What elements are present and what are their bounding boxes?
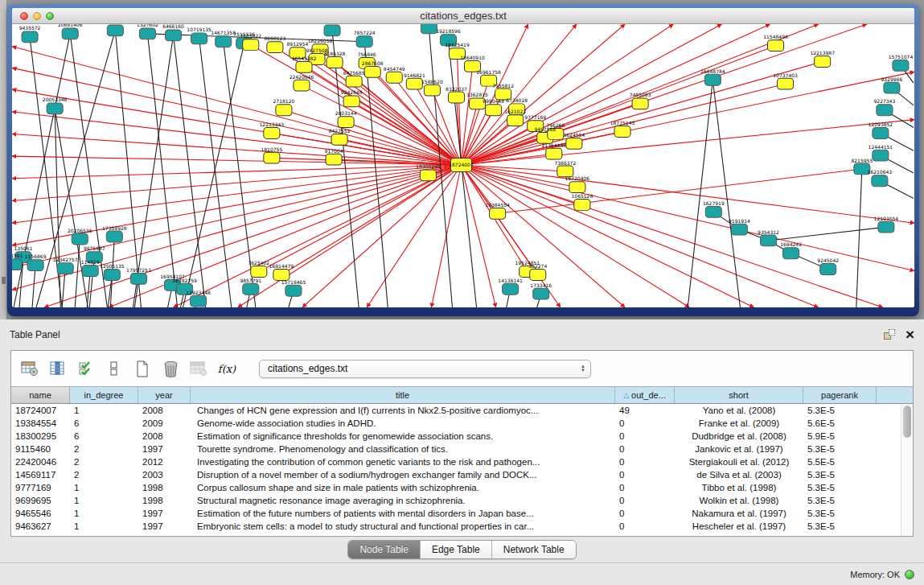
table-cell[interactable]: Changes of HCN gene expression and I(f) …	[191, 406, 615, 415]
table-cell[interactable]: 1	[70, 521, 138, 531]
table-cell[interactable]: 2003	[138, 470, 191, 480]
graph-node[interactable]	[490, 208, 506, 219]
table-cell[interactable]: 22420046	[11, 457, 70, 467]
table-cell[interactable]: 5.3E-5	[803, 470, 877, 480]
graph-node[interactable]	[614, 126, 630, 138]
table-cell[interactable]: 5.3E-5	[803, 406, 877, 415]
table-cell[interactable]: Estimation of the future numbers of pati…	[191, 509, 615, 518]
table-cell[interactable]: de Silva et al. (2003)	[675, 470, 803, 480]
table-cell[interactable]: 0	[615, 470, 675, 480]
table-cell[interactable]: 1998	[138, 483, 191, 492]
graph-node[interactable]	[815, 56, 831, 68]
graph-node[interactable]	[166, 30, 182, 41]
graph-node[interactable]	[569, 182, 585, 193]
column-header-outde[interactable]: △out_de...	[615, 387, 675, 403]
graph-node[interactable]	[267, 42, 283, 53]
graph-node[interactable]	[356, 36, 372, 47]
table-cell[interactable]: 2009	[138, 418, 191, 428]
table-cell[interactable]: Hescheler et al. (1997)	[675, 521, 803, 531]
table-cell[interactable]: 6	[70, 431, 138, 441]
table-cell[interactable]: 1	[70, 496, 138, 505]
graph-node[interactable]	[57, 263, 73, 274]
graph-node[interactable]	[264, 152, 280, 163]
graph-node[interactable]	[546, 148, 562, 159]
table-cell[interactable]: 0	[615, 444, 675, 454]
graph-node[interactable]	[872, 175, 888, 187]
graph-node[interactable]	[343, 96, 359, 107]
graph-node[interactable]	[783, 248, 799, 259]
table-cell[interactable]: Structural magnetic resonance image aver…	[191, 496, 615, 505]
table-cell[interactable]: 5.6E-5	[803, 418, 877, 428]
table-cell[interactable]: 18300295	[11, 431, 70, 441]
graph-node[interactable]	[191, 295, 207, 307]
graph-node[interactable]	[574, 200, 590, 211]
graph-node[interactable]	[420, 170, 436, 181]
graph-node[interactable]	[243, 283, 259, 295]
table-row[interactable]: 946362711997Embryonic stem cells: a mode…	[11, 520, 913, 533]
graph-node[interactable]	[386, 72, 402, 83]
table-cell[interactable]: Tibbo et al. (1998)	[675, 483, 803, 492]
column-header-pagerank[interactable]: pagerank	[803, 387, 877, 403]
table-row[interactable]: 1830029562008Estimation of significance …	[11, 430, 913, 443]
graph-node[interactable]	[448, 92, 464, 103]
table-cell[interactable]: 2	[70, 470, 138, 480]
graph-node[interactable]	[62, 28, 78, 39]
table-cell[interactable]: Tourette syndrome. Phenomenology and cla…	[191, 444, 615, 454]
graph-node[interactable]	[27, 260, 43, 271]
graph-node[interactable]	[72, 233, 88, 245]
table-cell[interactable]: 5.3E-5	[803, 483, 877, 492]
table-cell[interactable]: 9465546	[11, 509, 70, 518]
float-panel-icon[interactable]	[884, 329, 896, 341]
graph-node[interactable]	[503, 283, 519, 295]
graph-node[interactable]	[632, 98, 648, 109]
graph-node[interactable]	[326, 57, 343, 68]
table-cell[interactable]: 0	[615, 483, 675, 492]
table-cell[interactable]: Wolkin et al. (1998)	[675, 496, 803, 505]
column-header-year[interactable]: year	[138, 387, 191, 403]
network-window-titlebar[interactable]: citations_edges.txt	[12, 8, 914, 24]
graph-node[interactable]	[873, 128, 889, 139]
table-cell[interactable]: Estimation of significance thresholds fo…	[191, 431, 615, 441]
graph-node[interactable]	[530, 270, 546, 281]
table-cell[interactable]: 1	[70, 483, 138, 492]
graph-node[interactable]	[264, 128, 280, 139]
new-document-button[interactable]	[132, 358, 153, 379]
graph-node[interactable]	[104, 270, 120, 281]
graph-node[interactable]	[294, 80, 310, 91]
table-cell[interactable]: 0	[615, 431, 675, 441]
table-cell[interactable]: Embryonic stem cells: a model to study s…	[191, 521, 615, 531]
graph-node[interactable]	[243, 39, 259, 51]
table-cell[interactable]: Disruption of a novel member of a sodium…	[191, 470, 615, 480]
tab-network-table[interactable]: Network Table	[492, 541, 576, 558]
graph-node[interactable]	[877, 105, 893, 116]
table-cell[interactable]: 2008	[138, 406, 191, 415]
vertical-scrollbar[interactable]	[901, 404, 913, 536]
table-cell[interactable]: Dudbridge et al. (2008)	[675, 431, 803, 441]
table-cell[interactable]: 0	[615, 521, 675, 531]
network-graph-canvas[interactable]: 9435572206914061065328713276026466160107…	[12, 24, 914, 307]
table-row[interactable]: 911546021997Tourette syndrome. Phenomeno…	[11, 443, 913, 455]
table-cell[interactable]: 2012	[138, 457, 191, 467]
tab-node-table[interactable]: Node Table	[348, 541, 421, 558]
column-header-name[interactable]: name	[11, 387, 70, 403]
graph-node[interactable]	[326, 154, 342, 165]
table-row[interactable]: 2242004622012Investigating the contribut…	[11, 455, 913, 468]
graph-node[interactable]	[893, 60, 909, 71]
graph-node[interactable]	[47, 103, 63, 114]
table-cell[interactable]: 5.3E-5	[803, 509, 877, 518]
table-cell[interactable]: 0	[615, 418, 675, 428]
table-cell[interactable]: Nakamura et al. (1997)	[675, 509, 803, 518]
graph-node[interactable]	[486, 105, 502, 116]
graph-node[interactable]	[566, 138, 582, 149]
graph-node[interactable]	[424, 84, 440, 96]
table-cell[interactable]: 5.3E-5	[803, 444, 877, 454]
table-row[interactable]: 1938455462009Genome-wide association stu…	[11, 417, 913, 430]
rows-merge-button[interactable]	[104, 358, 125, 379]
graph-node[interactable]	[82, 266, 98, 277]
table-selector-dropdown[interactable]: citations_edges.txt ▲▼	[259, 360, 591, 378]
table-cell[interactable]: 5.3E-5	[803, 496, 877, 505]
table-cell[interactable]: Investigating the contribution of common…	[191, 457, 615, 467]
table-cell[interactable]: Jankovic et al. (1997)	[675, 444, 803, 454]
graph-node[interactable]	[406, 78, 422, 89]
graph-node[interactable]	[22, 31, 38, 43]
